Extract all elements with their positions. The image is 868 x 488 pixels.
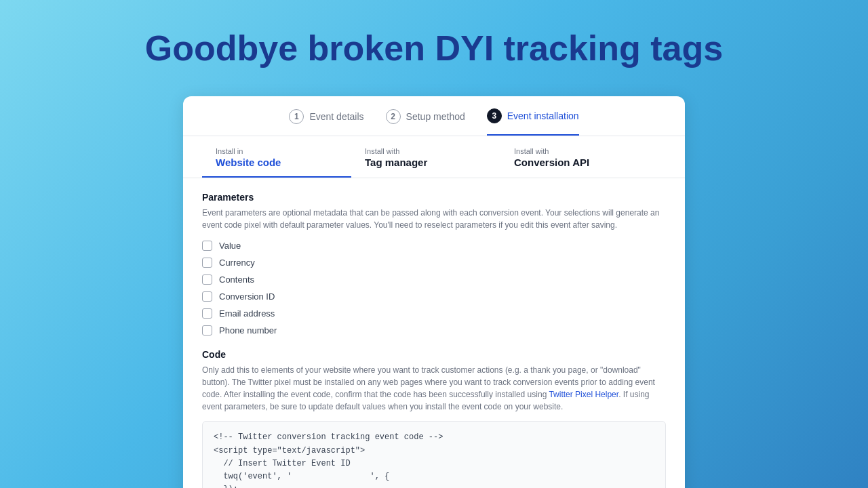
parameters-checkbox-group: Value Currency Contents Conversion ID Em… [202,241,666,336]
checkbox-value-input[interactable] [202,241,212,251]
tab-tag-manager-sub: Install with [365,147,487,155]
twitter-pixel-helper-link[interactable]: Twitter Pixel Helper [549,390,618,399]
code-line-2: <script type="text/javascript"> [214,445,654,458]
code-line-5: }); [214,483,654,488]
step-1-label: Event details [309,111,363,122]
code-block: <!-- Twitter conversion tracking event c… [202,421,666,488]
parameters-title: Parameters [202,192,666,203]
tab-conversion-api-sub: Install with [514,147,636,155]
parameters-description: Event parameters are optional metadata t… [202,207,666,231]
tab-website-code[interactable]: Install in Website code [202,136,351,178]
main-content: Parameters Event parameters are optional… [183,178,685,488]
tab-website-code-sub: Install in [216,147,338,155]
install-tabs: Install in Website code Install with Tag… [183,136,685,178]
checkbox-contents-label: Contents [219,274,254,285]
checkbox-contents-input[interactable] [202,274,212,285]
checkbox-email-address-label: Email address [219,308,275,319]
checkbox-value[interactable]: Value [202,241,666,251]
main-card: 1 Event details 2 Setup method 3 Event i… [183,96,685,488]
step-1-number: 1 [289,109,304,124]
checkbox-conversion-id-input[interactable] [202,291,212,302]
checkbox-value-label: Value [219,241,241,251]
checkbox-conversion-id-label: Conversion ID [219,291,275,302]
step-setup-method[interactable]: 2 Setup method [386,109,465,135]
step-event-installation[interactable]: 3 Event installation [487,108,579,136]
code-line-3: // Insert Twitter Event ID [214,458,654,470]
hero-title: Goodbye broken DYI tracking tags [145,27,723,69]
checkbox-email-address[interactable]: Email address [202,308,666,319]
steps-nav: 1 Event details 2 Setup method 3 Event i… [183,96,685,136]
tab-conversion-api-title: Conversion API [514,157,636,168]
code-line-1: <!-- Twitter conversion tracking event c… [214,431,654,444]
tab-conversion-api[interactable]: Install with Conversion API [500,136,650,178]
step-3-label: Event installation [507,110,579,121]
checkbox-contents[interactable]: Contents [202,274,666,285]
checkbox-phone-number-input[interactable] [202,325,212,336]
tab-website-code-title: Website code [216,157,338,168]
checkbox-phone-number[interactable]: Phone number [202,325,666,336]
checkbox-currency-input[interactable] [202,258,212,268]
checkbox-phone-number-label: Phone number [219,325,277,336]
tab-tag-manager[interactable]: Install with Tag manager [351,136,500,178]
checkbox-email-address-input[interactable] [202,308,212,319]
step-3-number: 3 [487,108,502,123]
step-2-label: Setup method [406,111,465,122]
step-2-number: 2 [386,109,401,124]
code-section-description: Only add this to elements of your websit… [202,364,666,413]
checkbox-currency-label: Currency [219,258,255,268]
tab-tag-manager-title: Tag manager [365,157,487,168]
checkbox-conversion-id[interactable]: Conversion ID [202,291,666,302]
checkbox-currency[interactable]: Currency [202,258,666,268]
code-line-4: twq('event', ' ', { [214,470,654,483]
step-event-details[interactable]: 1 Event details [289,109,363,135]
code-section-title: Code [202,349,666,360]
